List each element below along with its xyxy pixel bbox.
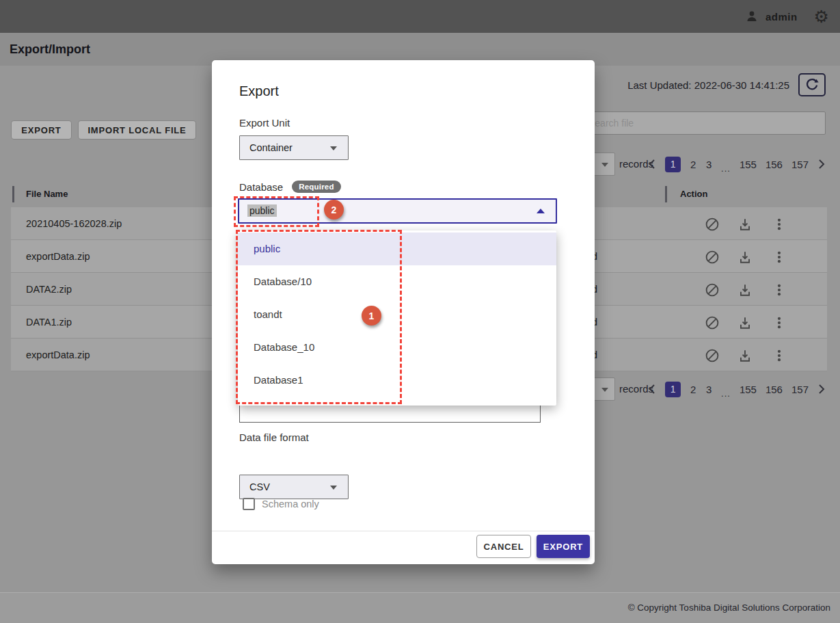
download-icon[interactable] — [737, 347, 753, 364]
pagination-page-156[interactable]: 156 — [766, 159, 783, 170]
annotation-step1-marker: 1 — [362, 306, 381, 326]
export-unit-label: Export Unit — [239, 117, 290, 129]
export-unit-value: Container — [249, 142, 293, 153]
pagination-page-3[interactable]: 3 — [705, 384, 712, 395]
column-header-action: Action — [680, 181, 707, 207]
pagination-page-3[interactable]: 3 — [705, 159, 712, 170]
caret-down-icon — [330, 146, 337, 150]
import-local-file-button[interactable]: IMPORT LOCAL FILE — [78, 120, 196, 140]
chevron-left-icon[interactable] — [648, 384, 656, 395]
action-cell — [694, 306, 827, 339]
search-input[interactable] — [580, 111, 826, 135]
chevron-right-icon[interactable] — [817, 159, 826, 170]
pagination-page-157[interactable]: 157 — [791, 384, 809, 395]
page-title: Export/Import — [10, 33, 90, 66]
data-file-format-value: CSV — [249, 481, 270, 492]
dialog-title: Export — [239, 83, 279, 99]
page-footer: © Copyright Toshiba Digital Solutions Co… — [0, 592, 840, 623]
download-icon[interactable] — [737, 282, 753, 298]
export-unit-select[interactable]: Container — [239, 135, 349, 160]
cancel-button[interactable]: CANCEL — [476, 535, 531, 558]
more-vert-icon[interactable] — [771, 347, 787, 364]
last-updated-label: Last Updated: 2022-06-30 14:41:25 — [627, 79, 789, 91]
column-header-file-name: File Name — [26, 181, 68, 207]
block-icon[interactable] — [704, 216, 720, 233]
caret-down-icon — [601, 163, 608, 167]
caret-down-icon — [601, 388, 608, 392]
annotation-step2-marker: 2 — [324, 200, 344, 220]
chevron-left-icon[interactable] — [648, 159, 656, 170]
pagination-bottom: 123...155156157 — [648, 380, 826, 399]
pagination-page-156[interactable]: 156 — [766, 384, 783, 395]
data-file-format-select[interactable]: CSV — [239, 475, 349, 499]
file-name-cell: exportData.zip — [26, 240, 90, 273]
block-icon[interactable] — [704, 315, 720, 331]
caret-up-icon — [537, 209, 545, 213]
block-icon[interactable] — [704, 249, 720, 265]
pagination-page-2[interactable]: 2 — [690, 384, 696, 395]
required-badge: Required — [292, 181, 340, 193]
database-label: Database — [239, 181, 283, 193]
database-label-row: Database Required — [239, 181, 341, 193]
export-import-screen: admin ⚙ Export/Import Last Updated: 2022… — [0, 0, 840, 623]
username-label: admin — [766, 11, 798, 23]
pagination-page-155[interactable]: 155 — [740, 384, 757, 395]
caret-down-icon — [330, 486, 337, 490]
pagination-page-1[interactable]: 1 — [665, 157, 681, 172]
action-cell — [694, 207, 827, 240]
annotation-box-step2 — [234, 196, 319, 227]
refresh-icon — [804, 77, 819, 92]
refresh-button[interactable] — [798, 73, 826, 96]
pagination-page-1[interactable]: 1 — [665, 382, 681, 397]
block-icon[interactable] — [704, 282, 720, 298]
column-divider — [665, 186, 667, 202]
pagination-page-155[interactable]: 155 — [740, 159, 757, 170]
action-cell — [694, 240, 827, 273]
more-vert-icon[interactable] — [771, 249, 787, 265]
topbar: admin ⚙ — [0, 0, 840, 33]
download-icon[interactable] — [737, 315, 753, 331]
more-vert-icon[interactable] — [771, 216, 787, 233]
schema-only-label: Schema only — [262, 499, 319, 509]
chevron-right-icon[interactable] — [817, 384, 826, 395]
column-divider — [12, 186, 14, 202]
gear-icon[interactable]: ⚙ — [814, 8, 829, 25]
copyright-label: © Copyright Toshiba Digital Solutions Co… — [628, 593, 830, 623]
block-icon[interactable] — [704, 347, 720, 364]
pagination-page-157[interactable]: 157 — [791, 159, 809, 170]
action-cell — [694, 339, 827, 371]
action-cell — [694, 273, 827, 306]
pagination-ellipsis: ... — [721, 163, 731, 174]
person-icon — [745, 10, 759, 23]
file-name-cell: DATA1.zip — [26, 306, 72, 339]
dialog-footer-divider — [212, 531, 595, 531]
download-icon[interactable] — [737, 216, 753, 233]
pagination-page-2[interactable]: 2 — [690, 159, 696, 170]
data-file-format-label: Data file format — [239, 432, 309, 443]
more-vert-icon[interactable] — [771, 315, 787, 331]
file-name-cell: exportData.zip — [26, 339, 90, 371]
file-name-cell: 20210405-162028.zip — [26, 207, 122, 240]
more-vert-icon[interactable] — [771, 282, 787, 298]
schema-only-row: Schema only — [243, 498, 319, 510]
pagination-top: 123...155156157 — [648, 155, 826, 174]
file-name-cell: DATA2.zip — [26, 273, 72, 306]
schema-only-checkbox[interactable] — [243, 498, 255, 510]
dialog-export-button[interactable]: EXPORT — [537, 535, 590, 558]
download-icon[interactable] — [737, 249, 753, 265]
pagination-ellipsis: ... — [721, 388, 731, 399]
export-button[interactable]: EXPORT — [11, 120, 72, 140]
